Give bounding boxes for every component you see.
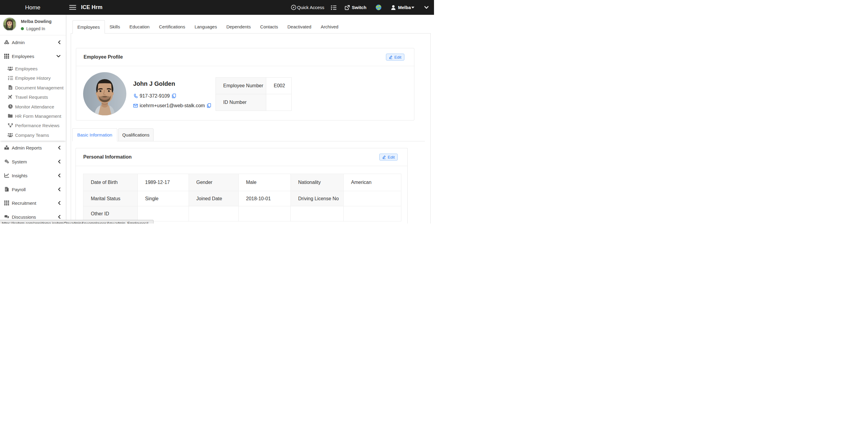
cubes-icon (4, 40, 9, 45)
language-globe-icon[interactable] (376, 0, 381, 15)
quick-access-icon (291, 0, 296, 15)
sidebar-toggle-button[interactable] (69, 0, 76, 15)
profile-subtabs: Basic Information Qualifications (72, 128, 425, 141)
personal-information-table: Date of Birth 1989-12-17 Gender Male Nat… (83, 174, 401, 221)
copy-phone-icon[interactable] (172, 94, 176, 98)
users-icon (7, 66, 13, 71)
tab-content-panel: Employee Profile Edit (71, 33, 431, 224)
field-label-cell: Nationality (291, 174, 344, 191)
field-value-cell: Male (239, 174, 291, 191)
sidebar-item-recruitment[interactable]: Recruitment (0, 196, 66, 210)
sidebar-subitem-company-teams[interactable]: Company Teams (0, 130, 66, 139)
employee-profile-title: Employee Profile (84, 54, 123, 60)
switch-button[interactable]: Switch (352, 0, 366, 15)
chevron-down-icon (57, 55, 60, 57)
gears-icon (4, 159, 9, 164)
personal-information-edit-button[interactable]: Edit (379, 154, 398, 161)
list-check-icon (7, 75, 13, 81)
table-row: Other ID (84, 206, 401, 221)
summary-label-cell: ID Number (216, 94, 266, 111)
sidebar-item-label: Discussions (12, 215, 36, 220)
tab-archived[interactable]: Archived (316, 20, 343, 34)
app-brand[interactable]: ICE Hrm (81, 0, 102, 15)
phone-icon (133, 94, 138, 98)
tab-certifications[interactable]: Certifications (154, 20, 190, 34)
employee-summary-table: Employee Number E002 ID Number (216, 77, 292, 111)
sidebar-item-system[interactable]: System (0, 155, 66, 168)
field-value-cell (344, 191, 401, 206)
tab-contacts[interactable]: Contacts (255, 20, 283, 34)
sidebar-subitem-employee-history[interactable]: Employee History (0, 73, 66, 83)
user-menu-button[interactable]: Melba (398, 0, 411, 15)
sidebar: Melba Dowling Logged In Admin Employees (0, 15, 66, 224)
employee-email[interactable]: icehrm+user1@web-stalk.com (140, 103, 205, 108)
sidebar-subitem-travel-requests[interactable]: Travel Requests (0, 92, 66, 102)
sidebar-item-admin-reports[interactable]: Admin Reports (0, 141, 66, 155)
sidebar-subitem-document-management[interactable]: Document Management (0, 83, 66, 92)
nav-home-link[interactable]: Home (25, 0, 40, 15)
user-caret-down-icon (411, 0, 414, 15)
sidebar-user-name: Melba Dowling (21, 19, 52, 24)
employee-profile-card-header: Employee Profile Edit (76, 48, 414, 66)
sidebar-employees-section: Employees Employees Employee History Doc… (0, 49, 66, 141)
employee-phone[interactable]: 917-372-9109 (140, 93, 170, 99)
user-icon (391, 0, 396, 15)
switch-icon (345, 0, 350, 15)
table-row: Employee Number E002 (216, 77, 291, 94)
sidebar-item-insights[interactable]: Insights (0, 168, 66, 183)
field-label-cell: Date of Birth (84, 174, 138, 191)
sidebar-item-admin[interactable]: Admin (0, 35, 66, 49)
tab-skills[interactable]: Skills (105, 20, 125, 34)
employee-profile-card: Employee Profile Edit (76, 48, 415, 121)
tab-employees[interactable]: Employees (72, 20, 105, 34)
sidebar-item-employees-section[interactable]: Employees (0, 49, 66, 63)
tab-dependents[interactable]: Dependents (221, 20, 255, 34)
employee-photo[interactable] (83, 72, 126, 116)
diagram-project-icon (7, 123, 13, 128)
tab-label: Languages (195, 24, 217, 29)
hamburger-icon (69, 5, 76, 10)
grid-icon (4, 200, 9, 205)
subtab-label: Qualifications (122, 132, 149, 137)
sidebar-subitem-monitor-attendance[interactable]: Monitor Attendance (0, 102, 66, 111)
field-value-cell (344, 206, 401, 221)
sidebar-item-label: Recruitment (12, 200, 36, 206)
quick-access-button[interactable]: Quick Access (297, 0, 324, 15)
field-label-cell: Marital Status (84, 191, 138, 206)
subtab-qualifications[interactable]: Qualifications (118, 128, 154, 141)
tab-languages[interactable]: Languages (190, 20, 221, 34)
tab-label: Deactivated (287, 24, 311, 29)
sidebar-item-payroll[interactable]: Payroll (0, 183, 66, 196)
switch-label: Switch (352, 5, 366, 10)
summary-value-cell (266, 94, 291, 111)
sidebar-subitem-employees[interactable]: Employees (0, 64, 66, 73)
copy-email-icon[interactable] (207, 103, 211, 108)
field-value-cell: Single (137, 191, 189, 206)
subtab-basic-information[interactable]: Basic Information (72, 128, 118, 141)
users-icon (7, 133, 13, 137)
pencil-icon (382, 155, 386, 159)
tab-label: Certifications (159, 24, 185, 29)
tab-deactivated[interactable]: Deactivated (283, 20, 316, 34)
clock-icon (7, 104, 13, 109)
app-brand-label: ICE Hrm (81, 4, 102, 10)
field-label-cell: Other ID (84, 206, 138, 221)
chevron-left-icon (58, 187, 60, 191)
folder-icon (7, 114, 13, 118)
sidebar-user-panel: Melba Dowling Logged In (0, 15, 66, 35)
field-label-cell: Driving License No (291, 191, 344, 206)
plane-icon (7, 95, 13, 99)
tab-education[interactable]: Education (125, 20, 154, 34)
sidebar-user-avatar[interactable] (3, 17, 17, 31)
chevron-left-icon (58, 146, 60, 150)
field-value-cell: 2018-10-01 (239, 191, 291, 206)
sidebar-subitem-performance-reviews[interactable]: Performance Reviews (0, 121, 66, 130)
summary-label-cell: Employee Number (216, 77, 266, 94)
sidebar-subitem-label: Employee History (15, 75, 51, 81)
sidebar-item-label: Admin (12, 39, 25, 45)
sidebar-subitem-hr-form-management[interactable]: HR Form Management (0, 111, 66, 121)
sidebar-subitem-label: Monitor Attendance (15, 104, 54, 109)
todo-list-button[interactable] (331, 0, 336, 15)
employee-profile-edit-button[interactable]: Edit (386, 54, 404, 61)
collapse-topbar-chevron-icon[interactable] (424, 0, 429, 15)
